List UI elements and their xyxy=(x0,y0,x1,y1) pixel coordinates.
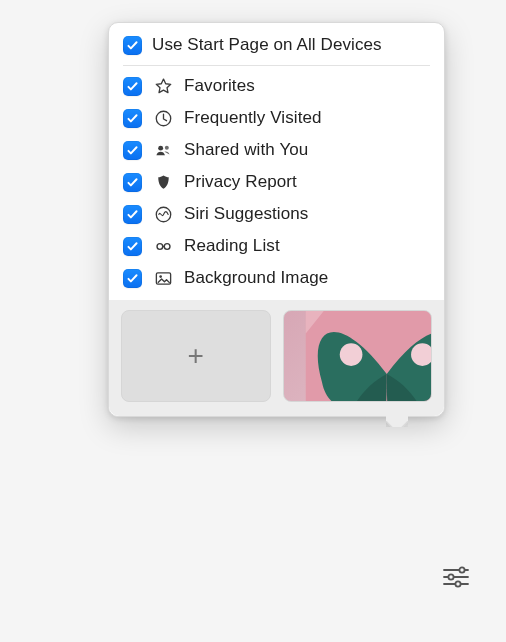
checkbox-shared-with-you[interactable] xyxy=(123,141,142,160)
checkmark-icon xyxy=(126,208,139,221)
svg-point-4 xyxy=(157,243,163,249)
add-background-button[interactable]: + xyxy=(121,310,271,402)
svg-point-5 xyxy=(164,243,170,249)
checkmark-icon xyxy=(126,80,139,93)
sliders-icon xyxy=(442,566,470,588)
checkbox-frequently-visited[interactable] xyxy=(123,109,142,128)
divider xyxy=(123,65,430,66)
checkmark-icon xyxy=(126,144,139,157)
svg-point-16 xyxy=(448,574,453,579)
option-siri-suggestions[interactable]: Siri Suggestions xyxy=(109,198,444,230)
option-frequently-visited[interactable]: Frequently Visited xyxy=(109,102,444,134)
checkmark-icon xyxy=(126,240,139,253)
svg-point-14 xyxy=(459,567,464,572)
option-reading-list[interactable]: Reading List xyxy=(109,230,444,262)
checkbox-reading-list[interactable] xyxy=(123,237,142,256)
option-label: Favorites xyxy=(184,76,255,96)
popover-tail xyxy=(386,416,408,427)
checkmark-icon xyxy=(126,39,139,52)
image-icon xyxy=(152,269,174,288)
option-use-start-page-all-devices[interactable]: Use Start Page on All Devices xyxy=(109,23,444,65)
checkbox-privacy-report[interactable] xyxy=(123,173,142,192)
option-background-image[interactable]: Background Image xyxy=(109,262,444,294)
people-icon xyxy=(152,141,174,160)
star-icon xyxy=(152,77,174,96)
checkbox-background-image[interactable] xyxy=(123,269,142,288)
checkmark-icon xyxy=(126,272,139,285)
svg-point-9 xyxy=(340,343,363,366)
plus-icon: + xyxy=(188,340,204,372)
butterfly-image xyxy=(283,310,433,402)
siri-icon xyxy=(152,205,174,224)
option-label: Background Image xyxy=(184,268,328,288)
start-page-settings-popover: Use Start Page on All Devices FavoritesF… xyxy=(108,22,445,417)
shield-icon xyxy=(152,173,174,192)
svg-point-18 xyxy=(455,581,460,586)
option-favorites[interactable]: Favorites xyxy=(109,70,444,102)
checkbox-favorites[interactable] xyxy=(123,77,142,96)
svg-point-1 xyxy=(158,145,163,150)
checkmark-icon xyxy=(126,112,139,125)
checkmark-icon xyxy=(126,176,139,189)
checkbox-siri-suggestions[interactable] xyxy=(123,205,142,224)
svg-point-2 xyxy=(164,145,168,149)
svg-point-7 xyxy=(159,275,162,278)
background-thumbnail-butterfly[interactable] xyxy=(283,310,433,402)
option-label: Reading List xyxy=(184,236,280,256)
option-label: Frequently Visited xyxy=(184,108,322,128)
clock-icon xyxy=(152,109,174,128)
option-privacy-report[interactable]: Privacy Report xyxy=(109,166,444,198)
background-thumbnails: + xyxy=(109,300,444,416)
option-label: Shared with You xyxy=(184,140,308,160)
option-label: Siri Suggestions xyxy=(184,204,308,224)
option-label: Privacy Report xyxy=(184,172,297,192)
glasses-icon xyxy=(152,237,174,256)
customize-start-page-button[interactable] xyxy=(434,560,478,594)
option-shared-with-you[interactable]: Shared with You xyxy=(109,134,444,166)
checkbox-use-start-page-all-devices[interactable] xyxy=(123,36,142,55)
option-label: Use Start Page on All Devices xyxy=(152,35,382,55)
